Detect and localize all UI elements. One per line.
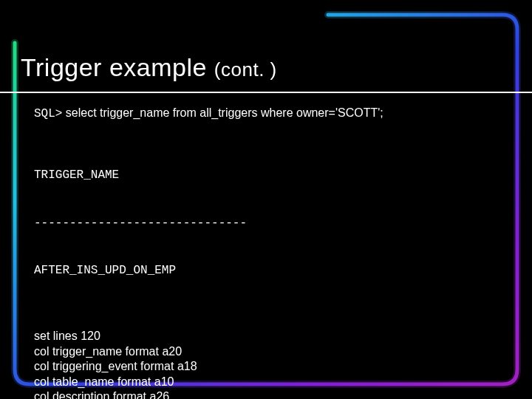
title-underline <box>0 92 532 93</box>
script-line: col table_name format a10 <box>34 375 498 389</box>
slide: Trigger example (cont. ) SQL> select tri… <box>0 0 532 399</box>
sql-script-block: set lines 120 col trigger_name format a2… <box>34 329 498 399</box>
slide-title: Trigger example (cont. ) <box>21 53 277 82</box>
script-line: col trigger_name format a20 <box>34 344 498 359</box>
result-separator: ------------------------------ <box>34 216 498 232</box>
result-header: TRIGGER_NAME <box>34 168 498 184</box>
sql-query-text: select trigger_name from all_triggers wh… <box>62 106 383 119</box>
title-main: Trigger example <box>21 53 214 81</box>
script-line: col description format a26 <box>34 389 498 399</box>
title-suffix: (cont. ) <box>214 58 277 81</box>
sql-query-line: SQL> select trigger_name from all_trigge… <box>34 105 498 123</box>
result-row: AFTER_INS_UPD_ON_EMP <box>34 263 498 279</box>
sql-prompt: SQL> <box>34 107 62 120</box>
slide-body: SQL> select trigger_name from all_trigge… <box>34 105 498 399</box>
query-result-block: TRIGGER_NAME ---------------------------… <box>34 136 498 312</box>
script-line: col triggering_event format a18 <box>34 359 498 374</box>
script-line: set lines 120 <box>34 329 498 344</box>
